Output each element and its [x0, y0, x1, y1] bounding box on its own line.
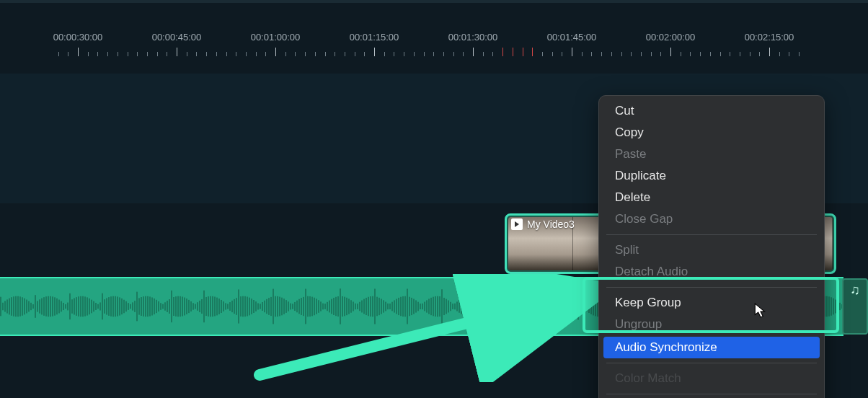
svg-rect-37 — [78, 296, 79, 317]
svg-rect-189 — [407, 289, 408, 324]
svg-rect-267 — [575, 299, 577, 314]
menu-item-split: Split — [599, 239, 824, 261]
svg-rect-241 — [519, 304, 521, 310]
svg-rect-146 — [314, 298, 315, 315]
timeline-ruler[interactable]: 00:00:30:00 00:00:45:00 00:01:00:00 00:0… — [0, 3, 868, 48]
svg-rect-78 — [167, 301, 168, 312]
svg-rect-111 — [238, 289, 239, 323]
svg-rect-218 — [469, 296, 471, 317]
svg-rect-21 — [43, 297, 45, 316]
menu-item-delete[interactable]: Delete — [599, 187, 824, 208]
svg-rect-165 — [355, 304, 356, 309]
menu-item-copy[interactable]: Copy — [599, 122, 824, 143]
svg-rect-72 — [154, 298, 155, 314]
svg-rect-13 — [26, 299, 27, 313]
svg-rect-105 — [225, 303, 226, 309]
svg-rect-130 — [279, 297, 280, 317]
svg-rect-106 — [227, 304, 229, 309]
svg-rect-99 — [212, 296, 213, 317]
svg-rect-216 — [465, 297, 466, 317]
svg-rect-123 — [264, 301, 265, 312]
svg-rect-206 — [443, 298, 445, 315]
svg-rect-79 — [169, 299, 170, 314]
svg-rect-225 — [484, 304, 486, 309]
svg-rect-137 — [294, 302, 296, 311]
svg-rect-56 — [119, 297, 120, 315]
svg-rect-184 — [396, 299, 397, 314]
ruler-label: 00:02:00:00 — [646, 32, 696, 43]
svg-rect-388 — [837, 301, 838, 312]
svg-rect-200 — [430, 298, 432, 315]
menu-item-keep-group[interactable]: Keep Group — [599, 292, 824, 314]
svg-rect-127 — [273, 289, 274, 324]
menu-item-audio-synchronize[interactable]: Audio Synchronize — [603, 337, 820, 358]
menu-item-cut[interactable]: Cut — [599, 100, 824, 122]
svg-rect-259 — [558, 298, 559, 314]
svg-rect-221 — [476, 291, 477, 323]
ruler-label: 00:00:30:00 — [53, 32, 103, 43]
clip-title: My Video3 — [527, 218, 575, 230]
svg-rect-258 — [556, 300, 557, 313]
svg-rect-166 — [357, 304, 358, 309]
svg-rect-133 — [285, 300, 287, 313]
svg-rect-389 — [839, 303, 841, 310]
svg-rect-208 — [448, 301, 449, 313]
svg-rect-19 — [39, 299, 40, 313]
svg-rect-81 — [173, 297, 174, 316]
svg-rect-103 — [221, 300, 222, 313]
svg-rect-28 — [58, 300, 60, 314]
svg-rect-82 — [175, 296, 177, 317]
svg-rect-97 — [208, 296, 209, 317]
svg-rect-242 — [521, 301, 523, 311]
svg-rect-255 — [549, 304, 551, 309]
svg-rect-46 — [97, 304, 99, 309]
svg-rect-55 — [117, 296, 118, 316]
svg-rect-51 — [108, 297, 110, 316]
svg-rect-264 — [569, 296, 570, 317]
svg-rect-83 — [177, 296, 179, 317]
svg-rect-126 — [270, 297, 272, 316]
svg-rect-124 — [266, 299, 267, 314]
svg-rect-261 — [562, 297, 564, 317]
svg-rect-107 — [229, 302, 231, 311]
svg-rect-253 — [545, 301, 546, 312]
svg-rect-193 — [415, 300, 417, 312]
svg-rect-244 — [526, 298, 527, 314]
svg-rect-3 — [4, 301, 6, 311]
svg-rect-44 — [93, 301, 94, 311]
svg-rect-25 — [52, 296, 53, 316]
ruler-label: 00:00:45:00 — [152, 32, 202, 43]
svg-rect-14 — [28, 301, 30, 312]
svg-rect-387 — [835, 300, 836, 314]
audio-track-tail[interactable]: ♫ — [842, 278, 868, 335]
svg-rect-35 — [74, 298, 75, 315]
svg-rect-187 — [402, 296, 404, 317]
svg-rect-90 — [192, 303, 194, 309]
svg-rect-250 — [539, 297, 540, 316]
svg-rect-232 — [500, 296, 501, 317]
svg-rect-196 — [422, 304, 423, 309]
svg-rect-118 — [253, 300, 254, 313]
svg-rect-213 — [459, 300, 460, 312]
context-menu[interactable]: CutCopyPasteDuplicateDeleteClose GapSpli… — [598, 95, 825, 398]
svg-rect-29 — [61, 301, 62, 312]
svg-rect-236 — [508, 291, 510, 323]
music-note-icon: ♫ — [850, 283, 860, 298]
svg-rect-176 — [378, 298, 380, 315]
svg-rect-84 — [180, 296, 181, 317]
svg-rect-162 — [348, 298, 350, 314]
svg-rect-215 — [463, 298, 464, 315]
svg-rect-249 — [536, 296, 538, 317]
svg-rect-199 — [428, 298, 430, 314]
svg-rect-151 — [324, 304, 326, 309]
svg-rect-134 — [288, 301, 289, 311]
svg-rect-182 — [391, 302, 393, 311]
svg-rect-192 — [413, 299, 415, 314]
menu-item-duplicate[interactable]: Duplicate — [599, 165, 824, 187]
svg-rect-41 — [87, 297, 88, 315]
svg-rect-74 — [158, 301, 159, 311]
svg-rect-85 — [182, 296, 183, 316]
svg-rect-131 — [281, 298, 283, 316]
svg-rect-214 — [461, 298, 462, 314]
svg-rect-229 — [493, 298, 495, 314]
